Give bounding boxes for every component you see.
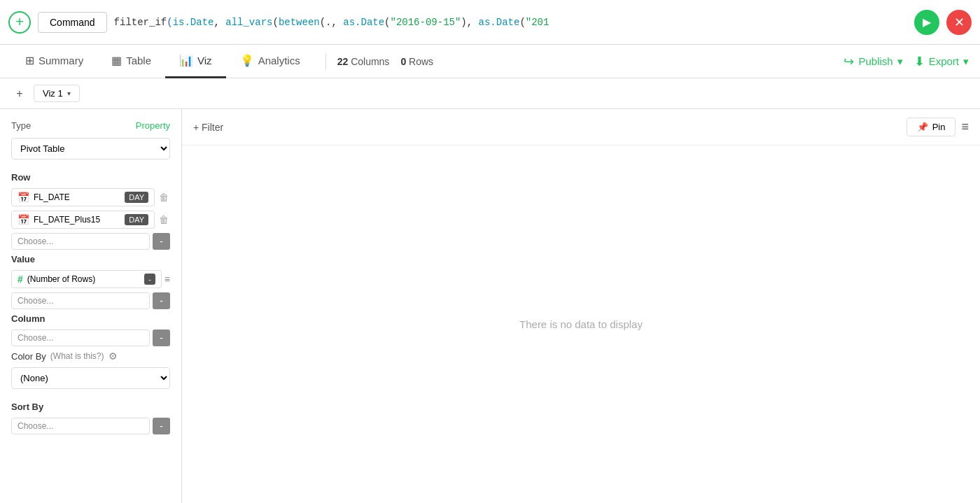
type-select[interactable]: Pivot Table Bar Chart Line Chart: [11, 138, 170, 160]
panel-header: Type Property: [11, 120, 170, 131]
tab-analytics-label: Analytics: [258, 55, 300, 66]
fl-date-plus15-name: FL_DATE_Plus15: [34, 215, 120, 225]
column-choose-placeholder: Choose...: [18, 333, 53, 343]
table-icon: ▦: [111, 54, 122, 67]
bulb-icon: 💡: [240, 54, 254, 67]
code-prefix: filter_if: [114, 17, 167, 28]
viz-add-button[interactable]: +: [11, 85, 28, 102]
publish-label: Publish: [858, 55, 892, 67]
run-button[interactable]: ▶: [914, 10, 939, 35]
code-bracket: (: [167, 17, 172, 28]
num-rows-field: # (Number of Rows) -: [11, 270, 162, 288]
field-row-num-rows: # (Number of Rows) - ≡: [11, 270, 170, 288]
no-data-text: There is no data to display: [519, 318, 643, 330]
tab-summary-label: Summary: [38, 55, 83, 66]
num-rows-tag: -: [144, 274, 155, 285]
more-button[interactable]: ≡: [961, 120, 969, 134]
columns-info: 22 Columns: [337, 56, 390, 67]
left-panel: Type Property Pivot Table Bar Chart Line…: [0, 109, 182, 503]
fl-date-plus15-delete-button[interactable]: 🗑: [158, 213, 170, 227]
nav-tabs: ⊞ Summary ▦ Table 📊 Viz 💡 Analytics 22 C…: [11, 45, 844, 78]
publish-icon: ↪: [844, 54, 854, 69]
publish-button[interactable]: ↪ Publish ▾: [844, 54, 902, 69]
tab-viz[interactable]: 📊 Viz: [165, 45, 226, 78]
row-section-label: Row: [11, 172, 170, 183]
grid-icon: ⊞: [25, 54, 34, 67]
close-icon: ✕: [954, 15, 965, 30]
column-minus-button[interactable]: -: [153, 330, 170, 346]
filter-add-button[interactable]: + Filter: [193, 122, 223, 133]
add-button[interactable]: +: [8, 11, 31, 34]
publish-chevron: ▾: [897, 55, 903, 68]
code-as-date2: as.Date: [479, 17, 520, 28]
viz-tab-1-label: Viz 1: [43, 88, 63, 99]
value-minus-button[interactable]: -: [153, 292, 170, 309]
column-section-label: Column: [11, 313, 170, 324]
property-label[interactable]: Property: [136, 120, 170, 131]
tab-summary[interactable]: ⊞ Summary: [11, 45, 97, 78]
top-bar: + Command filter_if(is.Date, all_vars(be…: [0, 0, 980, 45]
filter-add-label: + Filter: [193, 122, 223, 133]
viz-tab-chevron-icon: ▾: [67, 90, 71, 97]
row-choose-placeholder: Choose...: [18, 236, 53, 246]
value-choose-row: Choose... -: [11, 292, 170, 309]
fl-date-plus15-tag: DAY: [125, 214, 148, 225]
export-label: Export: [929, 55, 959, 67]
num-rows-name: (Number of Rows): [27, 274, 140, 284]
row-minus-button[interactable]: -: [153, 233, 170, 250]
color-by-select[interactable]: (None) FL_DATE FL_DATE_Plus15: [11, 367, 170, 389]
sort-by-section-label: Sort By: [11, 402, 170, 412]
column-choose-row: Choose... -: [11, 330, 170, 346]
right-panel-toolbar: + Filter 📌 Pin ≡: [182, 109, 980, 146]
tab-table[interactable]: ▦ Table: [97, 45, 165, 78]
column-choose-box[interactable]: Choose...: [11, 330, 150, 346]
export-icon: ⬇: [914, 54, 925, 69]
calendar-icon-2: 📅: [18, 214, 29, 225]
nav-bar: ⊞ Summary ▦ Table 📊 Viz 💡 Analytics 22 C…: [0, 45, 980, 78]
field-row-fl-date: 📅 FL_DATE DAY 🗑: [11, 188, 170, 206]
nav-actions: ↪ Publish ▾ ⬇ Export ▾: [844, 54, 969, 69]
sort-choose-box[interactable]: Choose...: [11, 418, 150, 434]
close-button[interactable]: ✕: [946, 10, 972, 35]
what-is-this-link[interactable]: (What is this?): [50, 351, 104, 361]
fl-date-delete-button[interactable]: 🗑: [158, 190, 170, 204]
tab-viz-label: Viz: [197, 55, 212, 66]
pin-icon: 📌: [917, 122, 928, 132]
main-content: Type Property Pivot Table Bar Chart Line…: [0, 109, 980, 503]
tab-analytics[interactable]: 💡 Analytics: [226, 45, 314, 78]
pin-label: Pin: [932, 122, 946, 132]
nav-info: 22 Columns 0 Rows: [337, 56, 433, 67]
field-row-fl-date-plus15: 📅 FL_DATE_Plus15 DAY 🗑: [11, 211, 170, 229]
sort-choose-placeholder: Choose...: [18, 421, 53, 431]
color-by-row: Color By (What is this?) ⚙: [11, 350, 170, 362]
fl-date-name: FL_DATE: [34, 192, 120, 202]
export-chevron: ▾: [963, 55, 969, 68]
barchart-icon: 📊: [179, 54, 193, 67]
calendar-icon-1: 📅: [18, 192, 29, 203]
pin-button[interactable]: 📌 Pin: [906, 118, 956, 136]
sort-minus-button[interactable]: -: [153, 418, 170, 434]
value-section-label: Value: [11, 254, 170, 264]
right-actions: 📌 Pin ≡: [906, 118, 969, 136]
no-data-message: There is no data to display: [182, 146, 980, 503]
fl-date-plus15-field: 📅 FL_DATE_Plus15 DAY: [11, 211, 155, 229]
code-all-vars: all_vars: [225, 17, 272, 28]
command-button[interactable]: Command: [38, 12, 107, 33]
sort-choose-row: Choose... -: [11, 418, 170, 434]
nav-divider: [326, 53, 326, 70]
gear-icon[interactable]: ⚙: [108, 350, 118, 362]
type-label: Type: [11, 120, 31, 131]
code-date1: "2016-09-15": [391, 17, 461, 28]
viz-tab-1[interactable]: Viz 1 ▾: [34, 85, 80, 102]
viz-tabs-bar: + Viz 1 ▾: [0, 78, 980, 109]
value-choose-box[interactable]: Choose...: [11, 292, 150, 309]
fl-date-field: 📅 FL_DATE DAY: [11, 188, 155, 206]
hamburger-icon: ≡: [164, 274, 170, 285]
code-between: between: [279, 17, 320, 28]
fl-date-tag: DAY: [125, 192, 148, 203]
code-display: filter_if(is.Date, all_vars(between(., a…: [114, 17, 907, 28]
rows-info: 0 Rows: [400, 56, 433, 67]
export-button[interactable]: ⬇ Export ▾: [914, 54, 969, 69]
run-icon: ▶: [923, 15, 931, 29]
row-choose-box[interactable]: Choose...: [11, 233, 150, 250]
